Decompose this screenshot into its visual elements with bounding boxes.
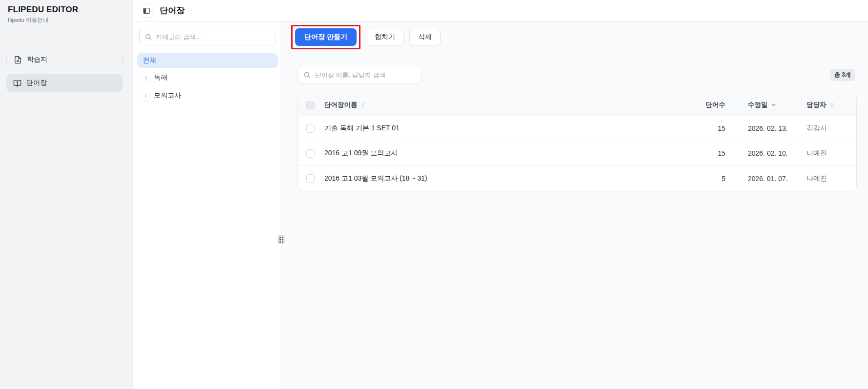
category-item-label: 독해 (154, 73, 168, 82)
word-count: 15 (718, 149, 725, 157)
page-title: 단어장 (160, 5, 185, 16)
word-count: 15 (718, 124, 725, 132)
sidebar: FLIPEDU EDITOR flipedu 이용안내 학습지 (0, 0, 133, 389)
merge-button[interactable]: 합치기 (366, 29, 404, 45)
chevron-right-icon (143, 75, 148, 81)
sidebar-toggle-button[interactable] (140, 4, 153, 18)
category-item-all[interactable]: 전체 (137, 53, 278, 68)
category-search-input[interactable] (156, 33, 271, 41)
row-checkbox[interactable] (306, 174, 315, 183)
category-item-mock-exam[interactable]: 모의고사 (139, 87, 276, 104)
table-controls: 총 3개 (297, 66, 855, 83)
category-panel: 전체 독해 (133, 21, 281, 389)
column-header-modified[interactable]: 수정일 (729, 101, 800, 109)
table-row[interactable]: 2016 고1 03월 모의고사 (18 ~ 31) 5 2026. 01. 0… (298, 166, 856, 191)
app-window: FLIPEDU EDITOR flipedu 이용안내 학습지 (0, 0, 868, 389)
row-checkbox[interactable] (306, 149, 315, 158)
sidebar-item-label: 단어장 (26, 79, 47, 87)
delete-button[interactable]: 삭제 (409, 29, 441, 45)
chevron-down-icon (771, 102, 777, 108)
expand-button[interactable] (141, 91, 150, 101)
category-item-label: 모의고사 (154, 91, 181, 100)
sidebar-header: FLIPEDU EDITOR flipedu 이용안내 (0, 0, 132, 30)
search-icon (145, 33, 152, 41)
chevron-right-icon (143, 93, 148, 99)
modified-date: 2026. 01. 07. (748, 175, 788, 183)
page-header: 단어장 (133, 0, 868, 21)
sidebar-item-worksheets[interactable]: 학습지 (6, 51, 123, 68)
table-row[interactable]: 2016 고1 09월 모의고사 15 2026. 02. 10. 나예진 (298, 141, 856, 166)
app-title: FLIPEDU EDITOR (8, 5, 125, 15)
table-row[interactable]: 기출 독해 기본 1 SET 01 15 2026. 02. 13. 김강사 (298, 116, 856, 141)
app-subtitle[interactable]: flipedu 이용안내 (8, 17, 125, 24)
wordbook-name[interactable]: 2016 고1 09월 모의고사 (324, 149, 398, 158)
table-header-row: 단어장이름 단어수 수정일 (298, 94, 856, 116)
wordbook-open-book-icon (13, 79, 21, 87)
column-header-word-count[interactable]: 단어수 (685, 101, 729, 109)
modified-date: 2026. 02. 10. (748, 149, 788, 157)
worksheet-file-icon (14, 56, 22, 64)
expand-button[interactable] (141, 73, 150, 82)
total-count-badge: 총 3개 (830, 69, 855, 81)
manager-name: 나예진 (806, 174, 827, 183)
select-all-checkbox[interactable] (306, 101, 315, 109)
manager-name: 김강사 (806, 124, 827, 133)
modified-date: 2026. 02. 13. (748, 124, 788, 132)
chevrons-up-down-icon (360, 102, 366, 108)
grip-dots-icon (279, 237, 283, 243)
body-row: 전체 독해 (133, 21, 868, 389)
row-checkbox[interactable] (306, 124, 315, 133)
wordbook-search-input[interactable] (315, 71, 416, 79)
word-count: 5 (721, 175, 725, 183)
header-checkbox-cell (298, 101, 322, 109)
wordbook-name[interactable]: 기출 독해 기본 1 SET 01 (324, 124, 400, 133)
content-column: 단어장 전체 (133, 0, 868, 389)
chevrons-up-down-icon (829, 102, 835, 108)
main-content: 단어장 만들기 합치기 삭제 총 3개 (281, 21, 868, 389)
wordbook-search-box (297, 66, 422, 83)
manager-name: 나예진 (806, 149, 827, 158)
category-item-reading[interactable]: 독해 (139, 69, 276, 86)
column-header-name[interactable]: 단어장이름 (322, 101, 685, 109)
sidebar-nav: 학습지 단어장 (0, 30, 132, 92)
column-header-manager[interactable]: 담당자 (800, 101, 856, 109)
annotation-highlight-box: 단어장 만들기 (291, 25, 360, 49)
panel-left-icon (143, 7, 150, 15)
sidebar-item-label: 학습지 (27, 55, 47, 64)
panel-resize-handle[interactable] (277, 235, 285, 244)
wordbook-name[interactable]: 2016 고1 03월 모의고사 (18 ~ 31) (324, 174, 427, 183)
create-wordbook-button[interactable]: 단어장 만들기 (295, 28, 357, 46)
toolbar: 단어장 만들기 합치기 삭제 (291, 25, 868, 49)
category-search-box (139, 28, 276, 45)
search-icon (303, 71, 311, 79)
wordbook-table: 단어장이름 단어수 수정일 (297, 94, 857, 191)
sidebar-item-wordbooks[interactable]: 단어장 (6, 74, 123, 92)
